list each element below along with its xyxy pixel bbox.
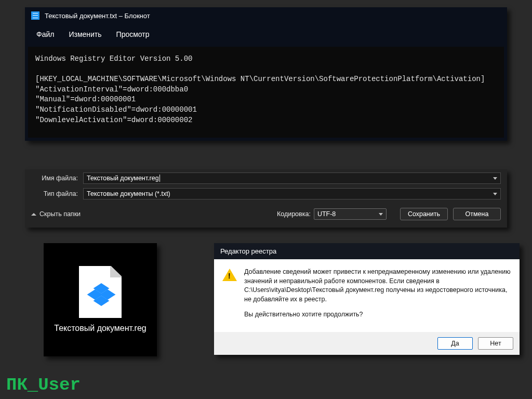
regdlg-body: Добавление сведений может привести к неп… — [214, 259, 520, 332]
save-button[interactable]: Сохранить — [400, 208, 448, 220]
yes-button[interactable]: Да — [437, 337, 473, 350]
notepad-editor[interactable]: Windows Registry Editor Version 5.00 [HK… — [28, 47, 504, 138]
notepad-window: Текстовый документ.txt – Блокнот Файл Из… — [25, 7, 507, 141]
notepad-title: Текстовый документ.txt – Блокнот — [45, 12, 150, 20]
chevron-down-icon — [493, 193, 497, 195]
chevron-down-icon — [379, 213, 383, 216]
filename-label: Имя файла: — [31, 175, 83, 182]
filetype-label: Тип файла: — [31, 190, 83, 197]
filename-value: Текстовый документ.reg — [87, 175, 493, 182]
notepad-menubar: Файл Изменить Просмотр — [25, 24, 507, 47]
encoding-value: UTF-8 — [317, 210, 379, 218]
notepad-icon — [31, 11, 39, 20]
filetype-row: Тип файла: Текстовые документы (*.txt) — [25, 185, 507, 201]
save-dialog: Имя файла: Текстовый документ.reg Тип фа… — [25, 169, 507, 228]
filename-row: Имя файла: Текстовый документ.reg — [25, 169, 507, 185]
reg-file-icon — [79, 266, 122, 318]
filename-input[interactable]: Текстовый документ.reg — [83, 172, 501, 184]
chevron-down-icon — [493, 177, 497, 180]
desktop-file-label: Текстовый документ.reg — [54, 323, 146, 334]
regdlg-title[interactable]: Редактор реестра — [214, 243, 520, 259]
desktop-file-tile[interactable]: Текстовый документ.reg — [44, 243, 157, 356]
registry-confirm-dialog: Редактор реестра Добавление сведений мож… — [214, 243, 520, 355]
menu-edit[interactable]: Изменить — [61, 27, 109, 42]
encoding-select[interactable]: UTF-8 — [314, 208, 387, 220]
regdlg-confirm-question: Вы действительно хотите продолжить? — [244, 310, 511, 320]
menu-view[interactable]: Просмотр — [109, 27, 157, 42]
no-button[interactable]: Нет — [478, 337, 513, 350]
watermark: ПК_User — [6, 375, 81, 395]
warning-icon — [222, 269, 237, 281]
regdlg-text: Добавление сведений может привести к неп… — [244, 268, 511, 326]
notepad-titlebar[interactable]: Текстовый документ.txt – Блокнот — [25, 7, 507, 24]
cancel-button[interactable]: Отмена — [453, 208, 501, 220]
save-bottom-row: Скрыть папки Кодировка: UTF-8 Сохранить … — [25, 201, 507, 222]
hide-folders-button[interactable]: Скрыть папки — [31, 210, 81, 218]
filetype-value: Текстовые документы (*.txt) — [87, 190, 493, 197]
regdlg-message: Добавление сведений может привести к неп… — [244, 268, 511, 304]
filetype-select[interactable]: Текстовые документы (*.txt) — [83, 188, 501, 200]
encoding-label: Кодировка: — [277, 210, 311, 218]
regdlg-buttons: Да Нет — [214, 332, 520, 355]
chevron-up-icon — [31, 213, 36, 216]
menu-file[interactable]: Файл — [29, 27, 61, 42]
